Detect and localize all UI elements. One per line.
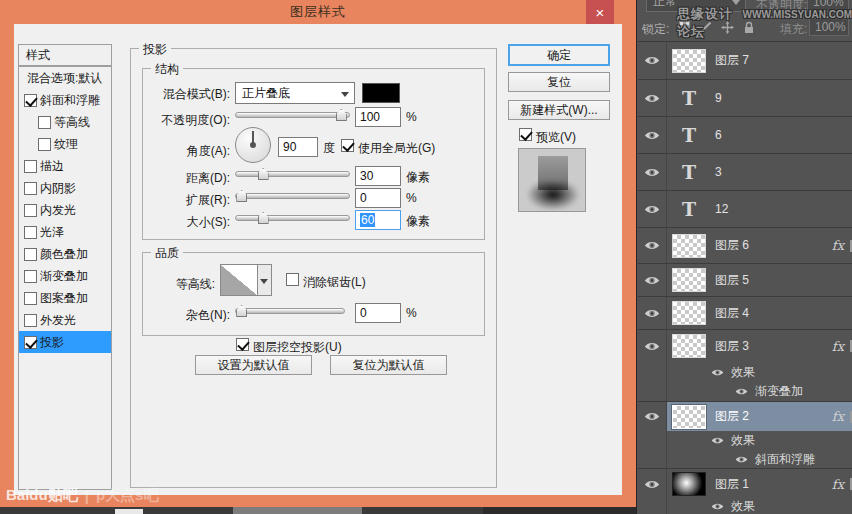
effect-row-effects-layer-1[interactable]: 效果 — [638, 499, 852, 514]
layer-row-content[interactable]: T6 — [667, 117, 852, 153]
lock-all-icon[interactable] — [743, 20, 755, 38]
effect-visibility-toggle[interactable] — [711, 436, 724, 445]
layer-row-text-3[interactable]: T3 — [638, 153, 852, 190]
effect-row-bevel-emboss-2[interactable]: 斜面和浮雕 — [638, 450, 852, 468]
layer-row-content[interactable]: T3 — [667, 154, 852, 190]
effect-row-content[interactable]: 效果 — [667, 499, 852, 514]
style-item-pattern-overlay[interactable]: 图案叠加 — [19, 287, 111, 309]
layer-row-content[interactable]: T9 — [667, 80, 852, 116]
layer-row-layer-6[interactable]: 图层 6fx — [638, 227, 852, 263]
effect-row-content[interactable]: 效果 — [667, 362, 852, 382]
reset-button[interactable]: 复位 — [508, 72, 610, 92]
unchecked-checkbox-icon[interactable] — [24, 226, 37, 239]
noise-slider[interactable] — [235, 304, 345, 318]
blend-mode-select[interactable]: 正片叠底 — [235, 82, 355, 104]
spread-slider[interactable] — [235, 189, 350, 203]
fx-icon[interactable]: fx — [832, 409, 844, 424]
size-input[interactable]: 60 — [355, 210, 401, 230]
style-item-inner-glow[interactable]: 内发光 — [19, 199, 111, 221]
style-item-gradient-overlay[interactable]: 渐变叠加 — [19, 265, 111, 287]
reset-default-button[interactable]: 复位为默认值 — [330, 355, 447, 375]
visibility-toggle[interactable] — [638, 402, 667, 431]
style-item-blending-options[interactable]: 混合选项:默认 — [19, 67, 111, 89]
contour-picker[interactable] — [220, 264, 258, 296]
effect-visibility-toggle[interactable] — [711, 502, 724, 511]
visibility-toggle[interactable] — [638, 330, 667, 362]
unchecked-checkbox-icon[interactable] — [24, 248, 37, 261]
style-item-stroke[interactable]: 描边 — [19, 155, 111, 177]
visibility-toggle[interactable] — [638, 297, 667, 329]
layer-row-layer-2[interactable]: 图层 2fx — [638, 401, 852, 431]
size-slider-thumb[interactable] — [258, 212, 269, 224]
effect-row-gradient-overlay-3[interactable]: 渐变叠加 — [638, 382, 852, 401]
effect-row-content[interactable]: 效果 — [667, 431, 852, 450]
fx-icon[interactable]: fx — [832, 238, 844, 253]
layer-row-text-12[interactable]: T12 — [638, 190, 852, 227]
layer-row-layer-5[interactable]: 图层 5 — [638, 263, 852, 296]
layer-thumbnail[interactable] — [672, 472, 706, 496]
noise-input[interactable]: 0 — [355, 303, 401, 323]
angle-dial[interactable] — [235, 127, 271, 163]
effect-row-content[interactable]: 渐变叠加 — [667, 382, 852, 401]
layer-opacity-value[interactable]: 100% — [807, 0, 849, 12]
layer-thumbnail[interactable] — [672, 234, 706, 258]
unchecked-checkbox-icon[interactable] — [38, 138, 51, 151]
distance-slider[interactable] — [235, 167, 350, 181]
layer-row-text-6[interactable]: T6 — [638, 116, 852, 153]
size-slider[interactable] — [235, 211, 350, 225]
layer-row-layer-4[interactable]: 图层 4 — [638, 296, 852, 329]
distance-input[interactable]: 30 — [355, 166, 401, 186]
layer-row-content[interactable]: 图层 5 — [667, 264, 852, 296]
unchecked-checkbox-icon[interactable] — [24, 292, 37, 305]
style-item-drop-shadow[interactable]: 投影 — [19, 331, 111, 353]
visibility-toggle[interactable] — [638, 80, 667, 116]
style-item-inner-shadow[interactable]: 内阴影 — [19, 177, 111, 199]
dialog-titlebar[interactable]: 图层样式 — [0, 0, 636, 24]
layer-row-content[interactable]: 图层 2fx — [667, 402, 852, 431]
visibility-toggle[interactable] — [638, 117, 667, 153]
layer-row-content[interactable]: T12 — [667, 191, 852, 227]
set-default-button[interactable]: 设置为默认值 — [195, 355, 312, 375]
antialias-checkbox[interactable] — [286, 273, 299, 286]
angle-input[interactable]: 90 — [278, 137, 318, 157]
checked-checkbox-icon[interactable] — [24, 94, 37, 107]
unchecked-checkbox-icon[interactable] — [24, 204, 37, 217]
style-item-texture[interactable]: 纹理 — [19, 133, 111, 155]
visibility-toggle[interactable] — [638, 264, 667, 296]
layer-row-content[interactable]: 图层 6fx — [667, 228, 852, 263]
layer-row-layer-1[interactable]: 图层 1fx — [638, 468, 852, 499]
lock-position-icon[interactable] — [721, 20, 734, 38]
distance-slider-thumb[interactable] — [258, 168, 269, 180]
spread-input[interactable]: 0 — [355, 188, 401, 208]
unchecked-checkbox-icon[interactable] — [24, 182, 37, 195]
checked-checkbox-icon[interactable] — [24, 336, 37, 349]
visibility-toggle[interactable] — [638, 469, 667, 499]
spread-slider-thumb[interactable] — [236, 190, 247, 202]
style-item-satin[interactable]: 光泽 — [19, 221, 111, 243]
lock-transparency-icon[interactable] — [679, 21, 690, 32]
unchecked-checkbox-icon[interactable] — [24, 314, 37, 327]
effect-row-content[interactable]: 斜面和浮雕 — [667, 450, 852, 468]
style-item-contour[interactable]: 等高线 — [19, 111, 111, 133]
visibility-toggle[interactable] — [638, 191, 667, 227]
effect-row-effects-layer-2[interactable]: 效果 — [638, 431, 852, 450]
layer-row-content[interactable]: 图层 3fx — [667, 330, 852, 362]
layer-blend-mode-select[interactable]: 正常 — [646, 0, 746, 12]
effect-visibility-toggle[interactable] — [735, 455, 748, 464]
unchecked-checkbox-icon[interactable] — [38, 116, 51, 129]
layer-thumbnail[interactable] — [672, 405, 706, 429]
layer-row-content[interactable]: 图层 1fx — [667, 469, 852, 499]
lock-pixels-icon[interactable] — [700, 19, 714, 37]
layer-thumbnail[interactable] — [672, 268, 706, 292]
layer-thumbnail[interactable] — [672, 334, 706, 358]
layer-thumbnail[interactable] — [672, 49, 706, 73]
effect-row-effects-layer-3[interactable]: 效果 — [638, 362, 852, 382]
layer-row-content[interactable]: 图层 7 — [667, 42, 852, 79]
visibility-toggle[interactable] — [638, 228, 667, 263]
unchecked-checkbox-icon[interactable] — [24, 270, 37, 283]
style-item-color-overlay[interactable]: 颜色叠加 — [19, 243, 111, 265]
visibility-toggle[interactable] — [638, 154, 667, 190]
shadow-color-swatch[interactable] — [362, 83, 400, 103]
layer-thumbnail[interactable] — [672, 301, 706, 325]
layer-row-layer-3[interactable]: 图层 3fx — [638, 329, 852, 362]
